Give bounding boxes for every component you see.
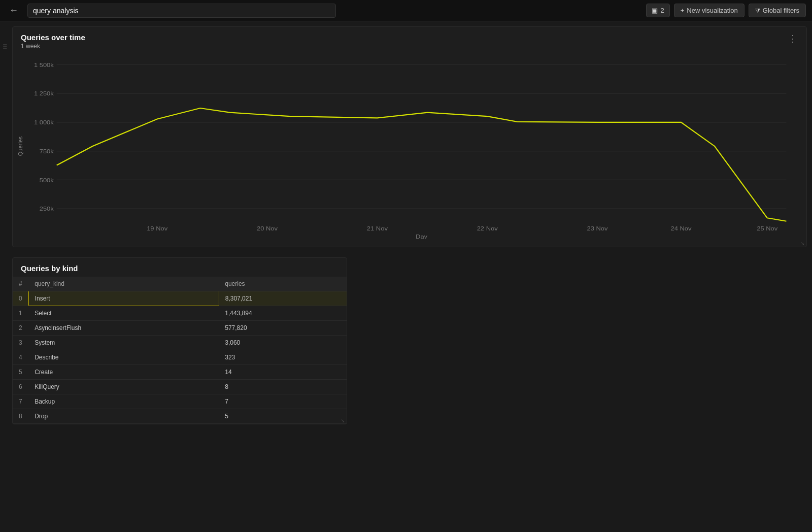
cell-index: 1	[13, 306, 28, 321]
cell-queries: 14	[219, 365, 347, 380]
table-row[interactable]: 8Drop5	[13, 409, 347, 424]
app-header: ← ▣ 2 + New visualization ⧩ Global filte…	[0, 0, 812, 21]
table-panel-header: Queries by kind	[13, 258, 347, 277]
col-header-index: #	[13, 277, 28, 291]
panels-count: 2	[661, 7, 664, 14]
cell-queries: 3,060	[219, 336, 347, 350]
panels-button[interactable]: ▣ 2	[646, 4, 670, 17]
table-panel-resize-handle[interactable]: ↘	[341, 418, 346, 423]
svg-text:23 Nov: 23 Nov	[587, 225, 608, 231]
cell-query-kind: Backup	[28, 394, 219, 409]
table-row[interactable]: 1Select1,443,894	[13, 306, 347, 321]
col-header-queries: queries	[219, 277, 347, 291]
y-axis-label: Queries	[17, 137, 23, 156]
panels-icon: ▣	[652, 7, 658, 14]
bottom-panels: Queries by kind # query_kind queries 0In…	[0, 252, 812, 429]
back-icon: ←	[9, 5, 18, 16]
table-row[interactable]: 4Describe323	[13, 350, 347, 365]
cell-queries: 8	[219, 380, 347, 394]
svg-text:25 Nov: 25 Nov	[757, 225, 778, 231]
cell-queries: 577,820	[219, 321, 347, 336]
svg-text:20 Nov: 20 Nov	[257, 225, 278, 231]
chart-panel-subtitle: 1 week	[21, 43, 798, 50]
svg-text:22 Nov: 22 Nov	[477, 225, 498, 231]
header-actions: ▣ 2 + New visualization ⧩ Global filters	[646, 4, 806, 17]
svg-text:750k: 750k	[40, 148, 54, 154]
table-row[interactable]: 5Create14	[13, 365, 347, 380]
drag-dots-icon: ⠿	[3, 43, 8, 51]
svg-text:1 000k: 1 000k	[34, 119, 54, 126]
chart-panel: Queries over time 1 week ⋮ Queries 1 500…	[12, 26, 807, 247]
svg-text:21 Nov: 21 Nov	[367, 225, 388, 231]
svg-text:1 500k: 1 500k	[34, 61, 54, 68]
new-visualization-label: New visualization	[687, 7, 737, 14]
svg-text:1 250k: 1 250k	[34, 90, 54, 97]
svg-text:250k: 250k	[40, 206, 54, 212]
main-content: ⠿ Queries over time 1 week ⋮ Queries	[0, 26, 812, 429]
col-header-query-kind: query_kind	[28, 277, 219, 291]
queries-table: # query_kind queries 0Insert8,307,0211Se…	[13, 277, 347, 424]
cell-index: 3	[13, 336, 28, 350]
table-row[interactable]: 3System3,060	[13, 336, 347, 350]
table-body: 0Insert8,307,0211Select1,443,8942AsyncIn…	[13, 291, 347, 424]
cell-index: 5	[13, 365, 28, 380]
table-panel: Queries by kind # query_kind queries 0In…	[12, 257, 347, 424]
table-header: # query_kind queries	[13, 277, 347, 291]
cell-query-kind: System	[28, 336, 219, 350]
cell-queries: 7	[219, 394, 347, 409]
cell-query-kind: Select	[28, 306, 219, 321]
cell-index: 7	[13, 394, 28, 409]
table-row[interactable]: 2AsyncInsertFlush577,820	[13, 321, 347, 336]
cell-queries: 1,443,894	[219, 306, 347, 321]
dashboard-title-input[interactable]	[27, 4, 336, 18]
filter-icon: ⧩	[755, 7, 760, 14]
cell-query-kind: AsyncInsertFlush	[28, 321, 219, 336]
cell-index: 2	[13, 321, 28, 336]
table-panel-title: Queries by kind	[21, 264, 339, 273]
global-filters-button[interactable]: ⧩ Global filters	[749, 4, 806, 17]
cell-queries: 5	[219, 409, 347, 424]
new-visualization-button[interactable]: + New visualization	[674, 4, 745, 17]
cell-query-kind: Insert	[28, 291, 219, 306]
chart-panel-header: Queries over time 1 week	[13, 27, 806, 54]
cell-index: 0	[13, 291, 28, 306]
table-header-row: # query_kind queries	[13, 277, 347, 291]
svg-text:Day: Day	[416, 234, 428, 239]
table-row[interactable]: 0Insert8,307,021	[13, 291, 347, 306]
svg-text:19 Nov: 19 Nov	[147, 225, 168, 231]
cell-index: 6	[13, 380, 28, 394]
plus-icon: +	[681, 7, 685, 14]
chart-svg: 1 500k 1 250k 1 000k 750k 500k 250k 19 N…	[21, 54, 798, 239]
chart-panel-resize-handle[interactable]: ↘	[800, 241, 805, 246]
cell-queries: 323	[219, 350, 347, 365]
global-filters-label: Global filters	[763, 7, 799, 14]
cell-query-kind: Create	[28, 365, 219, 380]
cell-index: 8	[13, 409, 28, 424]
drag-handle[interactable]: ⠿	[0, 37, 10, 57]
cell-query-kind: Describe	[28, 350, 219, 365]
table-row[interactable]: 7Backup7	[13, 394, 347, 409]
chart-panel-menu-button[interactable]: ⋮	[785, 32, 800, 45]
table-row[interactable]: 6KillQuery8	[13, 380, 347, 394]
chart-panel-title: Queries over time	[21, 33, 798, 42]
svg-text:24 Nov: 24 Nov	[670, 225, 692, 231]
chart-container: Queries 1 500k 1 250k 1 000k 750k 500k 2…	[13, 54, 806, 247]
cell-queries: 8,307,021	[219, 291, 347, 306]
svg-text:500k: 500k	[40, 177, 54, 183]
cell-query-kind: Drop	[28, 409, 219, 424]
cell-index: 4	[13, 350, 28, 365]
cell-query-kind: KillQuery	[28, 380, 219, 394]
chart-inner: Queries 1 500k 1 250k 1 000k 750k 500k 2…	[21, 54, 798, 239]
back-button[interactable]: ←	[6, 3, 21, 18]
